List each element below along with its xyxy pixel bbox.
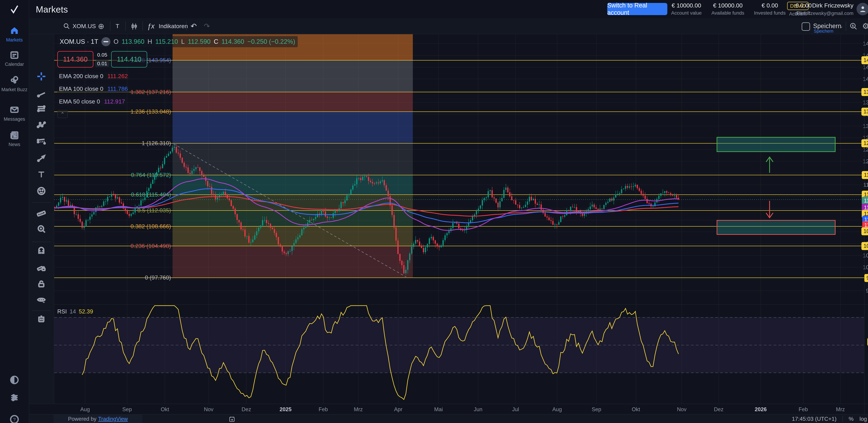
help-button[interactable]: ? — [0, 414, 29, 423]
stat-label: Available funds — [711, 10, 744, 16]
time-axis-label: Jul — [512, 406, 519, 413]
pane-divider[interactable] — [29, 304, 868, 305]
rsi-value: 52.39 — [79, 308, 93, 315]
magnet-tool[interactable] — [36, 246, 46, 256]
app-sidebar: MarketsCalendarMarket BuzzMessagesNews ? — [0, 0, 29, 423]
ema-legend-row[interactable]: EMA 200 close 0 111.262 — [57, 72, 129, 80]
ruler-tool[interactable] — [36, 208, 46, 218]
buy-button[interactable]: 114.410 — [111, 51, 147, 67]
arrow-marker-tool[interactable] — [36, 153, 46, 164]
drawing-mode-lock-icon — [36, 263, 46, 272]
price-axis-badge: 126.310 — [861, 139, 868, 147]
fib-level-label[interactable]: 0 (97.760) — [145, 274, 171, 281]
avatar[interactable] — [857, 3, 868, 15]
pattern-tool[interactable] — [36, 120, 46, 131]
fib-level-label[interactable]: 0.382 (108.666) — [130, 223, 171, 230]
legend-collapse-button[interactable]: ⌃ — [57, 110, 68, 118]
emoji-tool[interactable] — [36, 186, 46, 197]
remove-drawings-tool[interactable] — [36, 314, 46, 324]
log-scale-button[interactable]: log — [860, 416, 867, 422]
preferences-button[interactable] — [0, 393, 29, 402]
chart-legend: XOM.US · 1T O113.960 H115.210 L112.590 C… — [57, 36, 298, 118]
text-tool-icon — [36, 170, 46, 179]
price-axis-badge: 104.498 — [861, 242, 868, 250]
open-label: O — [114, 38, 119, 45]
ema-label: EMA 200 close 0 — [59, 73, 103, 79]
sidebar-item-market-buzz[interactable]: Market Buzz — [0, 75, 29, 92]
theme-toggle[interactable] — [0, 375, 29, 385]
sidebar-item-messages[interactable]: Messages — [0, 105, 29, 122]
drawing-mode-lock[interactable] — [36, 263, 46, 273]
ema-legend-row[interactable]: EMA 50 close 0 112.917 — [57, 97, 127, 105]
person-icon — [859, 5, 867, 13]
toolbar-separator — [32, 310, 51, 311]
powered-by: Powered by TradingView — [54, 415, 142, 423]
quick-search-icon[interactable] — [849, 22, 858, 31]
powered-by-text: Powered by — [68, 416, 96, 422]
drawing-toolbar — [29, 34, 54, 404]
stat-available-funds: € 10000.00Available funds — [711, 2, 744, 16]
fib-level-label[interactable]: 1 (126.310) — [142, 140, 171, 147]
chart-toolbar: XOM.US ⊕ T ƒx Indikatoren ↶ ↷ Speichern … — [29, 18, 868, 34]
user-block[interactable]: Dirk Friczewsky dirk.friczewsky@gmail.co… — [795, 2, 854, 16]
percent-scale-button[interactable]: % — [849, 416, 854, 422]
switch-to-real-account-button[interactable]: Switch to Real account — [607, 3, 667, 15]
stat-value: € 0.00 — [762, 2, 778, 9]
sidebar-item-label: Calendar — [5, 62, 24, 67]
sidebar-item-news[interactable]: News — [0, 130, 29, 147]
time-axis-label: Okt — [632, 406, 640, 413]
clock[interactable]: 17:45:03 (UTC+1) — [792, 416, 837, 422]
ema-legend-row[interactable]: EMA 100 close 0 111.786 — [57, 85, 129, 93]
sidebar-item-markets[interactable]: Markets — [0, 26, 29, 43]
prediction-tool-icon — [36, 137, 46, 147]
interval-button[interactable]: T — [116, 18, 119, 34]
fib-level-label[interactable]: 0.764 (119.572) — [131, 172, 171, 178]
ema-value: 112.917 — [104, 98, 125, 105]
brand-logo[interactable] — [9, 4, 20, 16]
price-axis-tick: 102.500 — [863, 252, 868, 259]
ruler-tool-icon — [36, 208, 46, 217]
compare-add-button[interactable]: ⊕ — [98, 18, 104, 34]
price-axis-badge: 97.760 — [864, 274, 868, 282]
crosshair-tool[interactable] — [36, 71, 46, 82]
sidebar-item-calendar[interactable]: Calendar — [0, 50, 29, 67]
calendar-icon — [9, 50, 20, 60]
spread-high: 0.05 — [97, 52, 107, 58]
open-value: 113.960 — [122, 38, 145, 45]
fib-level-label[interactable]: 0.236 (104.498) — [130, 243, 171, 249]
go-to-date-icon[interactable] — [228, 416, 236, 423]
symbol-search-button[interactable]: XOM.US — [72, 18, 96, 34]
text-tool[interactable] — [36, 170, 46, 180]
time-axis-label: Dez — [714, 406, 723, 413]
settings-gear-icon[interactable]: ⚙ — [862, 18, 868, 34]
layout-checkbox[interactable] — [802, 22, 810, 31]
ohlc-row[interactable]: XOM.US · 1T O113.960 H115.210 L112.590 C… — [57, 36, 298, 47]
app-header: Markets Switch to Real account € 10000.0… — [29, 0, 868, 19]
fib-level-label[interactable]: 0.618 (115.404) — [131, 191, 171, 198]
redo-button[interactable]: ↷ — [204, 18, 210, 34]
indicators-button[interactable]: Indikatoren — [159, 18, 188, 34]
time-axis-label: Dez — [242, 406, 251, 413]
trendline-tool[interactable] — [36, 89, 46, 99]
time-axis-label: 2026 — [755, 406, 767, 413]
save-menu-chevron-icon[interactable]: ⌄ — [839, 18, 843, 34]
lock-all-tool[interactable] — [36, 279, 46, 290]
prediction-tool[interactable] — [36, 137, 46, 147]
fib-retracement-tool[interactable] — [36, 104, 46, 114]
hide-drawings-tool[interactable] — [36, 295, 46, 305]
home-icon — [9, 26, 20, 36]
rsi-legend[interactable]: RSI 14 52.39 — [57, 308, 93, 315]
quote-row: 114.360 0.05 0.01 114.410 — [57, 51, 147, 67]
time-axis-label: 2025 — [280, 406, 292, 413]
chart-type-candles-icon[interactable] — [130, 22, 138, 31]
price-axis-tick: 122.500 — [863, 158, 868, 164]
tradingview-link[interactable]: TradingView — [98, 416, 128, 422]
stat-value: € 10000.00 — [672, 2, 701, 9]
undo-button[interactable]: ↶ — [191, 18, 197, 34]
time-axis-label: Nov — [677, 406, 686, 413]
zoom-in-tool[interactable] — [36, 224, 46, 235]
search-icon[interactable] — [63, 22, 70, 30]
sell-button[interactable]: 114.360 — [57, 51, 93, 67]
fib-level-label[interactable]: 0.5 (112.035) — [137, 207, 171, 214]
time-axis-label: Okt — [161, 406, 169, 413]
